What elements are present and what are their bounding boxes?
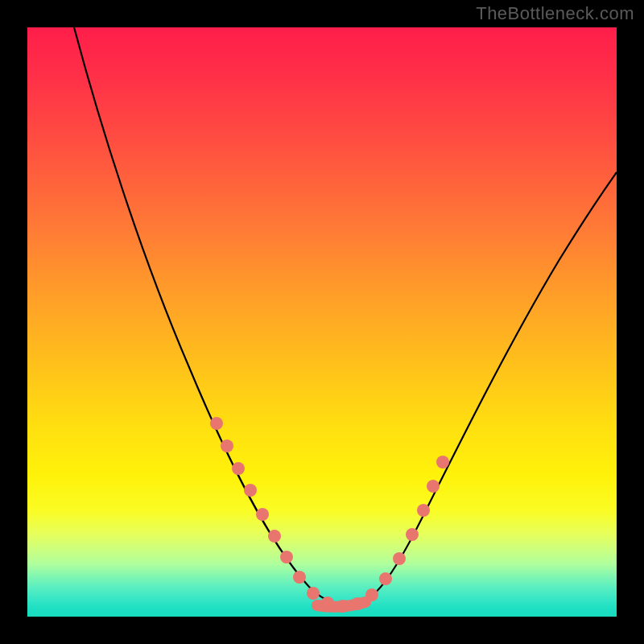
svg-point-17 — [427, 480, 440, 493]
curve-svg — [27, 27, 617, 617]
svg-point-15 — [406, 528, 419, 541]
svg-point-2 — [232, 462, 245, 475]
svg-point-14 — [393, 552, 406, 565]
svg-point-8 — [307, 587, 320, 600]
svg-point-1 — [221, 440, 233, 452]
svg-point-3 — [244, 484, 257, 497]
svg-point-13 — [379, 572, 392, 585]
plot-area — [27, 27, 617, 617]
chart-frame: TheBottleneck.com — [0, 0, 644, 644]
watermark-text: TheBottleneck.com — [476, 3, 634, 24]
bottleneck-curve — [74, 27, 617, 605]
svg-point-5 — [268, 530, 281, 543]
marker-group — [210, 417, 449, 613]
svg-point-0 — [210, 417, 223, 430]
svg-point-6 — [280, 551, 293, 564]
svg-point-16 — [417, 504, 430, 517]
svg-point-7 — [293, 571, 306, 584]
bottom-flat-segment — [317, 602, 365, 607]
svg-point-4 — [256, 508, 269, 521]
svg-point-18 — [436, 456, 449, 469]
